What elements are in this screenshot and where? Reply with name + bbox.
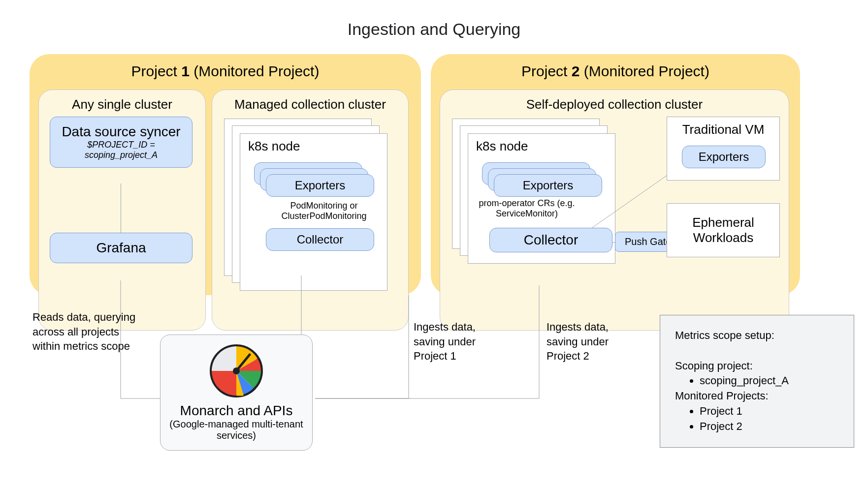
traditional-vm-card: Traditional VM Exporters	[667, 117, 780, 181]
connector-line	[121, 183, 121, 233]
prom-operator-note: prom-operator CRs (e.g. ServiceMonitor)	[468, 198, 586, 219]
note-reads: Reads data, querying across all projects…	[32, 310, 141, 354]
note-ingest-2: Ingests data, saving under Project 2	[547, 320, 609, 364]
legend-monitored-label: Monitored Projects:	[675, 389, 839, 404]
grafana: Grafana	[50, 233, 193, 263]
project-1-label: Project 1 (Monitored Project)	[40, 63, 410, 80]
diagram-title: Ingestion and Querying	[0, 20, 868, 39]
self-cluster-label: Self-deployed collection cluster	[448, 97, 781, 112]
data-source-syncer: Data source syncer $PROJECT_ID = scoping…	[50, 117, 193, 168]
legend-mp1: Project 1	[700, 404, 839, 419]
podmonitoring-note: PodMonitoring or ClusterPodMonitoring	[270, 201, 378, 221]
legend-mp2: Project 2	[700, 419, 839, 434]
collector: Collector	[266, 228, 374, 251]
any-cluster-label: Any single cluster	[47, 97, 197, 112]
vm-exporters: Exporters	[682, 146, 766, 168]
k8s-node-label-b: k8s node	[468, 134, 615, 159]
k8s-node-card: k8s node Exporters PodMonitoring or Clus…	[240, 133, 387, 291]
note-ingest-1: Ingests data, saving under Project 1	[414, 320, 476, 364]
ephemeral-workloads-card: Ephemeral Workloads	[667, 203, 780, 257]
project-2: Project 2 (Monitored Project) Self-deplo…	[431, 54, 800, 295]
managed-cluster-label: Managed collection cluster	[220, 97, 400, 112]
monarch-subtitle: (Google-managed multi-tenant services)	[169, 419, 303, 441]
collector-b: Collector	[489, 228, 612, 252]
exporters: Exporters	[266, 174, 374, 197]
gauge-icon	[209, 344, 263, 398]
monarch-title: Monarch and APIs	[169, 403, 303, 419]
exporters-b: Exporters	[494, 174, 602, 197]
svg-point-4	[233, 367, 240, 374]
monarch-box: Monarch and APIs (Google-managed multi-t…	[160, 335, 313, 451]
project-1: Project 1 (Monitored Project) Any single…	[30, 54, 421, 295]
self-deployed-cluster: Self-deployed collection cluster k8s nod…	[440, 90, 789, 331]
legend-box: Metrics scope setup: Scoping project: sc…	[660, 315, 854, 448]
k8s-node-label: k8s node	[240, 134, 387, 159]
project-2-label: Project 2 (Monitored Project)	[442, 63, 789, 80]
legend-title: Metrics scope setup:	[675, 328, 839, 343]
traditional-vm-label: Traditional VM	[667, 117, 779, 142]
any-single-cluster: Any single cluster Data source syncer $P…	[38, 90, 206, 331]
legend-scoping-project: scoping_project_A	[700, 373, 839, 389]
managed-collection-cluster: Managed collection cluster k8s node Expo…	[212, 90, 409, 331]
legend-scoping-label: Scoping project:	[675, 359, 839, 374]
